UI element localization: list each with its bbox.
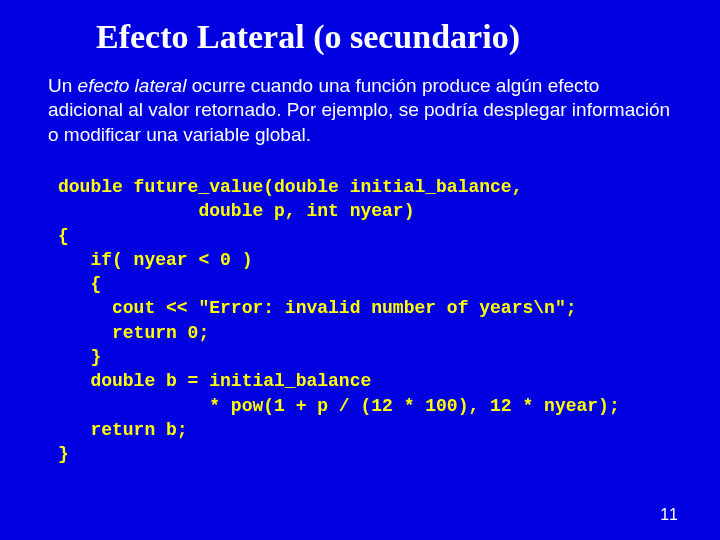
page-number: 11 bbox=[660, 506, 678, 524]
code-block: double future_value(double initial_balan… bbox=[58, 175, 672, 467]
paragraph-emphasis: efecto lateral bbox=[78, 75, 187, 96]
paragraph-text-pre: Un bbox=[48, 75, 78, 96]
slide-title: Efecto Lateral (o secundario) bbox=[96, 18, 672, 56]
slide-paragraph: Un efecto lateral ocurre cuando una func… bbox=[48, 74, 672, 147]
